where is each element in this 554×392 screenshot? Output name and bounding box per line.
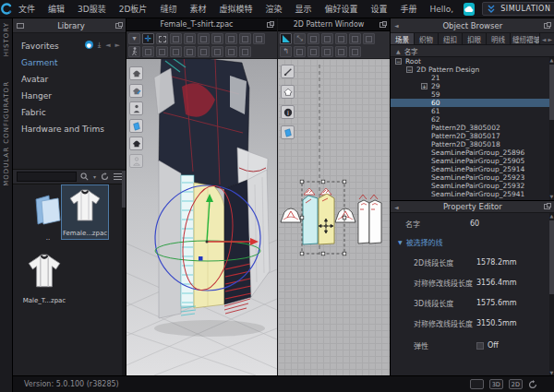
tool-button[interactable]: [321, 46, 333, 57]
show-mannequin-button[interactable]: [129, 154, 143, 168]
pattern-piece-sleeve-right[interactable]: [335, 208, 355, 222]
tool-button[interactable]: [307, 46, 319, 57]
property-value[interactable]: 3150.5mm: [476, 319, 517, 327]
library-item-avatar[interactable]: Avatar: [13, 71, 126, 88]
menu-file[interactable]: 文件: [12, 3, 42, 15]
menu-avatar[interactable]: 虚拟模特: [212, 3, 259, 15]
2d-popout-icon[interactable]: [379, 22, 386, 28]
tool-button[interactable]: [335, 46, 347, 57]
menu-settings[interactable]: 设置: [364, 3, 393, 15]
3d-scene-canvas[interactable]: [126, 59, 277, 375]
library-dock-icon[interactable]: [17, 23, 24, 29]
tool-button[interactable]: [239, 33, 251, 44]
menu-3d-garment[interactable]: 3D服装: [71, 3, 113, 15]
tree-item[interactable]: SeamLinePairGroup_25941: [391, 190, 554, 198]
library-item-fabric[interactable]: Fabric: [13, 104, 126, 121]
reset-layout-icon[interactable]: [528, 380, 537, 389]
transform-pattern-button[interactable]: [280, 33, 292, 44]
tree-item[interactable]: 61: [391, 107, 554, 115]
tree-item[interactable]: Pattern2D_3805017: [391, 132, 554, 140]
pattern-piece-collar-mid[interactable]: [320, 188, 331, 195]
tool-button[interactable]: [225, 33, 237, 44]
tool-button[interactable]: [184, 46, 196, 57]
tree-item[interactable]: 29: [391, 82, 554, 90]
refresh-icon[interactable]: [101, 172, 109, 181]
pattern-info-button[interactable]: i: [281, 105, 295, 119]
show-pattern-button[interactable]: [129, 119, 143, 133]
favorites-download-icon[interactable]: ⤓: [98, 41, 102, 49]
pattern-piece-body-cyan[interactable]: [303, 196, 318, 244]
tree-column-header[interactable]: ▲ 名字: [391, 45, 554, 57]
tree-item-selected[interactable]: 60: [391, 99, 554, 107]
tool-button[interactable]: [198, 46, 210, 57]
move-tool-button[interactable]: ✛: [142, 33, 154, 44]
simulation-button[interactable]: SIMULATION ▾: [482, 2, 554, 16]
tab-puckering[interactable]: 缝纫褶皱: [511, 33, 540, 44]
object-browser-popout-icon[interactable]: [544, 23, 550, 29]
history-dock-tab[interactable]: HISTORY: [3, 22, 10, 56]
tab-scene[interactable]: 场景: [391, 33, 415, 44]
collapse-icon[interactable]: [395, 58, 402, 65]
walk-mode-button[interactable]: [128, 46, 140, 57]
show-garment-button[interactable]: [129, 66, 143, 80]
library-item-hardware[interactable]: Hardware and Trims: [13, 121, 126, 137]
pattern-piece-sleeve-left[interactable]: [281, 208, 301, 222]
tabs-scroll-right-icon[interactable]: ►: [548, 36, 552, 42]
favorites-back-icon[interactable]: ◄: [105, 42, 110, 49]
menu-2d-pattern[interactable]: 2D板片: [113, 3, 154, 15]
menu-material[interactable]: 素材: [183, 3, 212, 15]
3d-viewport-tab[interactable]: Female_T-shirt.zpac: [126, 18, 277, 31]
2d-pattern-canvas[interactable]: i: [278, 59, 391, 375]
tab-fabric[interactable]: 织物: [415, 33, 439, 44]
tool-button[interactable]: [239, 46, 251, 57]
select-tool-button[interactable]: ▾: [128, 33, 140, 44]
tool-button[interactable]: [349, 46, 361, 57]
3d-popout-icon[interactable]: [267, 22, 273, 28]
collapse-icon[interactable]: [406, 66, 413, 73]
tool-button[interactable]: [307, 33, 319, 44]
library-search-input[interactable]: [17, 172, 77, 182]
show-fitting-button[interactable]: [129, 137, 143, 150]
pattern-piece-back-left[interactable]: [358, 195, 369, 244]
tool-button[interactable]: [142, 46, 154, 57]
menu-display[interactable]: 显示: [288, 3, 318, 15]
tool-button[interactable]: [211, 33, 223, 44]
layout-2d-button[interactable]: 2D: [509, 379, 523, 389]
resync-button[interactable]: ↰: [280, 46, 292, 57]
panel-pin-icon[interactable]: ◄: [394, 22, 399, 29]
property-value[interactable]: 3156.4mm: [476, 279, 517, 287]
menu-preferences[interactable]: 偏好设置: [318, 3, 364, 15]
tree-item[interactable]: SeamLinePairGroup_25923: [391, 173, 554, 182]
tree-item[interactable]: SeamLinePairGroup_25932: [391, 182, 554, 190]
layout-single-button[interactable]: [470, 379, 484, 389]
library-scrollbar[interactable]: [122, 169, 126, 375]
marquee-select-button[interactable]: [156, 33, 168, 44]
tree-item[interactable]: Pattern2D_3805002: [391, 124, 554, 132]
2d-window-tab[interactable]: 2D Pattern Window: [278, 18, 390, 31]
pattern-piece-collar-left[interactable]: [304, 188, 315, 195]
menu-manual[interactable]: 手册: [393, 3, 423, 15]
library-file-female-tshirt[interactable]: Female...zpac: [61, 184, 109, 240]
search-filter-caret-icon[interactable]: ▾: [93, 173, 96, 180]
library-item-hanger[interactable]: Hanger: [13, 88, 126, 104]
tool-button[interactable]: [321, 33, 333, 44]
tab-button[interactable]: 纽扣: [439, 33, 463, 44]
property-scrollbar[interactable]: ▲ ▼: [549, 213, 554, 376]
library-item-garment[interactable]: Garment: [13, 54, 126, 71]
show-texture-button[interactable]: [129, 84, 143, 98]
library-popout-icon[interactable]: [115, 23, 122, 29]
library-file-male-tshirt[interactable]: Male_T...zpac: [20, 251, 68, 304]
modular-configurator-dock-tab[interactable]: MODULAR CONFIGURATOR: [3, 81, 10, 186]
panel-pin-icon[interactable]: ◄: [394, 204, 399, 210]
menu-account[interactable]: Hello,: [424, 5, 461, 14]
tree-item[interactable]: SeamLinePairGroup_25896: [391, 148, 554, 157]
elastic-checkbox[interactable]: [476, 342, 484, 350]
layout-3d-button[interactable]: 3D: [489, 379, 503, 389]
tool-button[interactable]: [170, 33, 182, 44]
tab-buttonhole[interactable]: 扣眼: [463, 33, 487, 44]
menu-sewing[interactable]: 缝纫: [153, 3, 183, 15]
tree-scrollbar[interactable]: ▲ ▼: [549, 57, 554, 200]
edit-pattern-button[interactable]: ⤡: [294, 33, 306, 44]
show-avatar-button[interactable]: [129, 101, 143, 115]
favorites-sync-icon[interactable]: ●: [85, 41, 93, 49]
